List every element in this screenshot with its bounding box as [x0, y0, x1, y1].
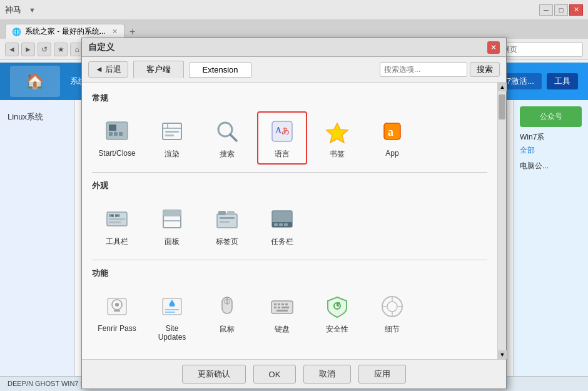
- icon-render[interactable]: 渲染: [147, 111, 197, 165]
- section-changgui-title: 常规: [92, 93, 487, 104]
- icon-detail[interactable]: 细节: [367, 287, 417, 347]
- star-button[interactable]: ★: [54, 43, 68, 56]
- dialog-close-button[interactable]: ✕: [487, 41, 500, 54]
- keyboard-label: 键盘: [275, 324, 290, 335]
- section-gongneng-grid: Fenrir Pass Site Updates: [92, 287, 487, 347]
- mouse-label: 鼠标: [220, 324, 235, 335]
- fenrir-icon: [102, 292, 132, 322]
- render-icon: [157, 116, 187, 146]
- scrollbar-thumb[interactable]: [499, 94, 505, 119]
- icon-app[interactable]: a App: [367, 111, 417, 165]
- dialog-search-button[interactable]: 搜索: [470, 62, 500, 77]
- tab-close-icon[interactable]: ✕: [112, 28, 118, 36]
- site-right-panel: 公众号 Win7系 全部 电脑公...: [513, 100, 588, 391]
- app-label: App: [385, 149, 398, 158]
- search-icon: [212, 116, 242, 146]
- panel-label: 面板: [165, 236, 180, 247]
- icon-mouse[interactable]: 鼠标: [202, 287, 252, 347]
- icon-tabs[interactable]: 标签页: [202, 199, 252, 252]
- dialog-search-row: 搜索: [380, 62, 500, 77]
- tabs-icon: [212, 204, 242, 234]
- dialog-footer: 更新确认 OK 取消 应用: [82, 359, 506, 388]
- scrollbar-up-arrow[interactable]: ▲: [498, 83, 507, 91]
- icon-language[interactable]: A あ 语言: [257, 111, 307, 165]
- svg-rect-57: [276, 310, 288, 312]
- svg-marker-15: [327, 123, 348, 143]
- svg-rect-52: [281, 303, 284, 305]
- divider-1: [92, 172, 487, 173]
- header-nav-tool[interactable]: 工具: [547, 73, 578, 89]
- dialog-back-button[interactable]: ◄ 后退: [88, 61, 128, 78]
- scrollbar-track: [498, 91, 506, 350]
- svg-point-61: [338, 302, 340, 305]
- close-window-button[interactable]: ✕: [569, 4, 583, 16]
- minimize-button[interactable]: ─: [539, 4, 553, 16]
- svg-rect-2: [109, 132, 113, 136]
- icon-security[interactable]: 安全性: [312, 287, 362, 347]
- refresh-button[interactable]: ↺: [38, 43, 51, 56]
- icon-bookmark[interactable]: 书签: [312, 111, 362, 165]
- section-changgui-grid: Start/Close 渲染: [92, 111, 487, 165]
- svg-point-63: [387, 302, 397, 312]
- update-confirm-button[interactable]: 更新确认: [182, 365, 246, 383]
- tabs-label: 标签页: [216, 236, 238, 247]
- svg-rect-43: [170, 305, 175, 307]
- updates-icon: [157, 292, 187, 322]
- svg-line-11: [230, 135, 236, 141]
- svg-rect-1: [109, 124, 116, 131]
- scrollbar-down-arrow[interactable]: ▼: [498, 350, 507, 359]
- svg-rect-25: [163, 210, 181, 216]
- svg-rect-3: [114, 132, 118, 136]
- security-icon: [322, 292, 352, 322]
- detail-icon: [377, 292, 407, 322]
- icon-toolbar[interactable]: ◄► 工具栏: [92, 199, 142, 252]
- icon-fenrir[interactable]: Fenrir Pass: [92, 287, 142, 347]
- fenrir-label: Fenrir Pass: [98, 324, 136, 333]
- svg-text:あ: あ: [281, 126, 290, 135]
- svg-rect-36: [284, 223, 288, 226]
- forward-button[interactable]: ►: [21, 43, 35, 56]
- sidebar-linux[interactable]: Linux系统: [0, 106, 74, 128]
- svg-rect-31: [220, 221, 230, 223]
- apply-button[interactable]: 应用: [358, 365, 406, 383]
- cancel-button[interactable]: 取消: [303, 365, 351, 383]
- mouse-icon: [212, 292, 242, 322]
- icon-taskbar[interactable]: 任务栏: [257, 199, 307, 252]
- browser-tab-active[interactable]: 🌐 系统之家 - 最好的系统... ✕: [5, 24, 124, 39]
- divider-2: [92, 260, 487, 260]
- right-diannao: 电脑公...: [520, 161, 582, 171]
- dialog-tab-client[interactable]: 客户端: [133, 61, 184, 78]
- svg-rect-22: [109, 221, 121, 223]
- icon-search[interactable]: 搜索: [202, 111, 252, 165]
- search-label: 搜索: [220, 149, 235, 160]
- right-all[interactable]: 全部: [520, 145, 582, 156]
- svg-rect-54: [274, 307, 276, 308]
- new-tab-button[interactable]: +: [126, 25, 139, 39]
- icon-updates[interactable]: Site Updates: [147, 287, 197, 347]
- dialog-tab-extension[interactable]: Extension: [189, 62, 251, 78]
- startclose-label: Start/Close: [98, 149, 135, 158]
- toolbar-icon: ◄►: [102, 204, 132, 234]
- tab-label: 系统之家 - 最好的系统...: [25, 26, 106, 37]
- dialog-search-input[interactable]: [380, 62, 467, 77]
- customize-dialog: 自定义 ✕ ◄ 后退 客户端 Extension 搜索 常规: [81, 38, 507, 389]
- dialog-titlebar: 自定义 ✕: [82, 38, 506, 57]
- icon-panel[interactable]: 面板: [147, 199, 197, 252]
- panel-icon: [157, 204, 187, 234]
- taskbar-label: 任务栏: [271, 236, 293, 247]
- right-win7: Win7系: [520, 132, 582, 143]
- ok-button[interactable]: OK: [253, 365, 297, 383]
- svg-rect-29: [227, 211, 235, 215]
- restore-button[interactable]: □: [554, 4, 568, 16]
- icon-startclose[interactable]: Start/Close: [92, 111, 142, 165]
- browser-window: 神马 ▼ ─ □ ✕ 🌐 系统之家 - 最好的系统... ✕ + ◄ ► ↺ ★…: [0, 0, 588, 391]
- svg-rect-35: [279, 223, 283, 226]
- svg-text:◄►: ◄►: [109, 213, 119, 218]
- svg-rect-9: [165, 135, 174, 136]
- dialog-title: 自定义: [88, 42, 482, 53]
- back-button[interactable]: ◄: [5, 43, 19, 56]
- svg-text:a: a: [388, 126, 393, 138]
- toolbar-label: 工具栏: [106, 236, 128, 247]
- icon-keyboard[interactable]: 键盘: [257, 287, 307, 347]
- svg-rect-55: [278, 307, 280, 308]
